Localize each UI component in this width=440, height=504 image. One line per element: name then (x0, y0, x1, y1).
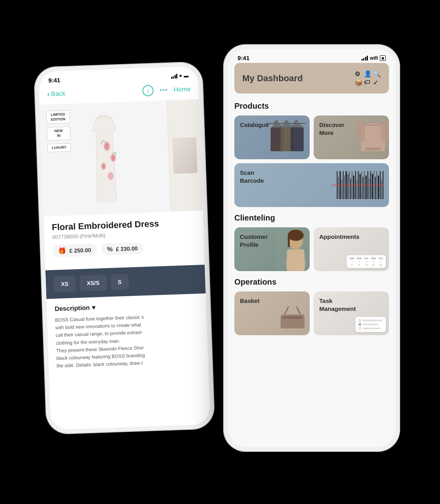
task-management-label: TaskManagement (319, 297, 356, 313)
basket-label: Basket (240, 297, 259, 305)
dashboard-content: My Dashboard ⚙👤🔍 📦🏷✓ Products Catalogue (228, 63, 395, 447)
status-icons-back: ▾ ▬ (171, 73, 189, 79)
svg-rect-12 (357, 121, 365, 141)
customer-profile-card[interactable]: CustomerProfile (234, 227, 310, 271)
info-icon-button[interactable]: i (142, 85, 154, 96)
size-s-button[interactable]: S (110, 274, 129, 291)
product-thumbnail (167, 99, 203, 211)
svg-rect-22 (283, 316, 302, 318)
task-management-card[interactable]: TaskManagement (314, 291, 389, 335)
signal-icon-front (361, 56, 368, 61)
svg-rect-18 (288, 235, 290, 247)
products-section: Products Catalogue (234, 102, 389, 207)
task-image (356, 317, 386, 332)
phone-dashboard: 9:41 wifi ■ My Dashboard (224, 45, 399, 451)
clienteling-section-header: Clienteling (234, 213, 389, 223)
product-prices: 🎁 £ 250.00 % £ 230.00 (53, 240, 196, 258)
gift-icon: 🎁 (58, 247, 67, 255)
product-main-image: LIMITEDEDITION NEWIN LUXURY (39, 100, 171, 216)
svg-rect-14 (365, 147, 381, 150)
product-info: Floral Embroidered Dress 007738050 (Pink… (43, 211, 205, 270)
svg-rect-10 (291, 127, 304, 151)
customer-image (276, 227, 310, 271)
svg-rect-13 (381, 121, 389, 141)
dashboard-title: My Dashboard (242, 73, 303, 84)
dashboard-decorative-icons: ⚙👤🔍 📦🏷✓ (355, 70, 381, 86)
price-sale: % £ 230.00 (101, 242, 143, 256)
svg-rect-20 (287, 249, 304, 271)
product-tags: LIMITEDEDITION NEWIN LUXURY (46, 110, 71, 152)
clienteling-cards-grid: CustomerProfile (234, 227, 389, 271)
signal-icon (171, 74, 177, 79)
tag-luxury: LUXURY (47, 143, 71, 152)
description-section: Description ▾ BOSS Casual fuse together … (46, 293, 210, 430)
dress-image (76, 113, 135, 203)
back-label: Back (51, 90, 65, 98)
products-cards-grid: Catalogue (234, 115, 389, 159)
appointments-card[interactable]: Appointments SUN MON TUE WED THU (314, 227, 389, 271)
dashboard-banner[interactable]: My Dashboard ⚙👤🔍 📦🏷✓ (234, 63, 389, 94)
svg-point-17 (288, 230, 304, 241)
more-options-button[interactable] (160, 89, 167, 91)
chevron-left-icon: ‹ (47, 90, 50, 98)
dropdown-icon: ▾ (92, 304, 96, 311)
discover-label: DiscoverMore (319, 121, 344, 137)
operations-section: Operations Basket (234, 277, 389, 335)
size-xs-s-button[interactable]: XS/S (79, 275, 107, 291)
nav-action-icons: i Home (142, 84, 191, 96)
wifi-icon-front: wifi (370, 55, 378, 61)
percent-icon: % (107, 246, 113, 253)
clienteling-section: Clienteling CustomerProfile (234, 213, 389, 271)
product-images: LIMITEDEDITION NEWIN LUXURY (39, 99, 203, 216)
customer-profile-label: CustomerProfile (240, 233, 268, 248)
price-original: 🎁 £ 250.00 (53, 243, 97, 257)
operations-section-header: Operations (234, 277, 389, 287)
back-button[interactable]: ‹ Back (47, 89, 65, 98)
description-text: BOSS Casual fuse together their classic … (55, 312, 200, 370)
phone-product-detail: 9:41 ▾ ▬ ‹ Back (34, 62, 214, 434)
tag-new-in: NEWIN (47, 127, 71, 141)
appointments-label: Appointments (319, 233, 359, 241)
basket-card[interactable]: Basket (234, 291, 310, 335)
catalogue-image (262, 115, 310, 159)
status-icons-front: wifi ■ (361, 55, 386, 61)
status-bar-front: 9:41 wifi ■ (228, 49, 395, 63)
basket-image (279, 303, 306, 332)
tag-limited-edition: LIMITEDEDITION (46, 110, 70, 124)
wifi-icon: ▾ (179, 73, 182, 78)
discover-more-card[interactable]: DiscoverMore (314, 115, 389, 159)
size-xs-button[interactable]: XS (53, 275, 76, 292)
catalogue-label: Catalogue (240, 121, 269, 129)
catalogue-card[interactable]: Catalogue (234, 115, 310, 159)
battery-icon: ▬ (184, 73, 189, 78)
size-section: XS XS/S S (45, 265, 206, 299)
operations-cards-grid: Basket Tas (234, 291, 389, 335)
status-time-back: 9:41 (48, 76, 61, 84)
home-button[interactable]: Home (173, 86, 191, 93)
scan-barcode-label: ScanBarcode (240, 169, 264, 184)
calendar-image: SUN MON TUE WED THU 1 2 (347, 255, 386, 268)
discover-image (357, 115, 389, 159)
products-section-header: Products (234, 102, 389, 111)
scan-barcode-card[interactable]: ScanBarcode (234, 163, 389, 207)
description-header: Description ▾ (55, 300, 198, 313)
scan-line (332, 185, 383, 186)
status-time-front: 9:41 (238, 55, 249, 61)
battery-icon-front: ■ (380, 55, 386, 61)
